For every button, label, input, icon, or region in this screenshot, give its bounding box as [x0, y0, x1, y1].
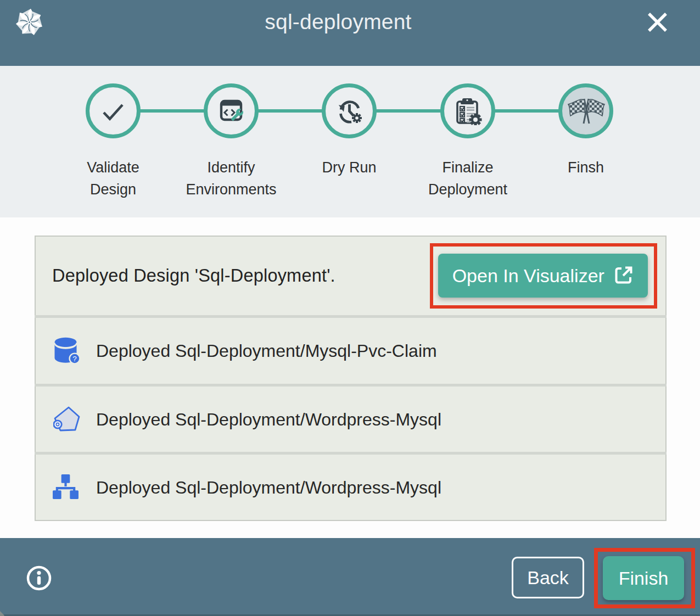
svg-text:?: ? — [72, 355, 77, 363]
